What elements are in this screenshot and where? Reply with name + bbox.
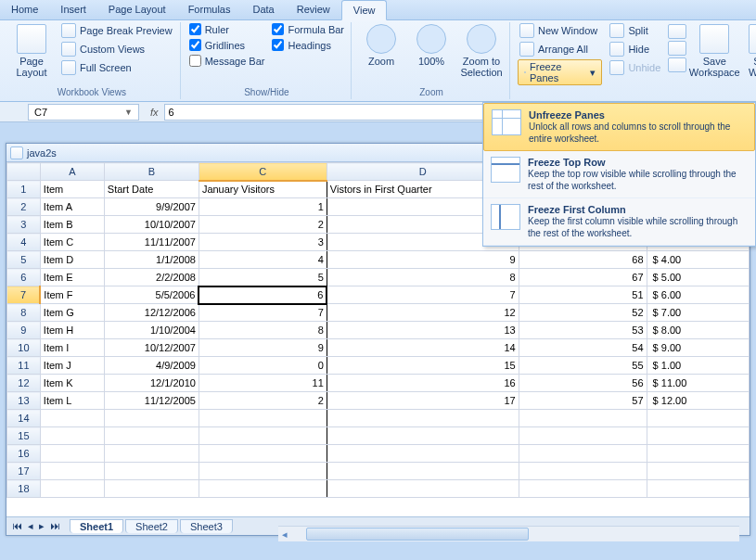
cell[interactable]: 16 xyxy=(327,375,519,392)
arrange-all-button[interactable]: Arrange All xyxy=(518,41,602,57)
cell[interactable] xyxy=(40,463,104,480)
full-screen-button[interactable]: Full Screen xyxy=(59,59,174,76)
cell[interactable] xyxy=(519,463,647,480)
tab-data[interactable]: Data xyxy=(241,0,285,19)
cell[interactable]: 12 xyxy=(327,304,519,322)
cell[interactable]: 9/9/2007 xyxy=(104,198,199,216)
cell[interactable]: $ 11.00 xyxy=(647,375,749,392)
row-header[interactable]: 15 xyxy=(7,427,41,445)
row-header[interactable]: 10 xyxy=(7,339,41,357)
prev-sheet-icon[interactable]: ◂ xyxy=(26,520,35,532)
headings-checkbox[interactable]: Headings xyxy=(271,38,345,52)
row-header[interactable]: 12 xyxy=(7,375,41,392)
cell[interactable]: 1/10/2004 xyxy=(104,322,199,339)
row-header[interactable]: 7 xyxy=(7,286,41,304)
cell[interactable]: 68 xyxy=(519,251,647,269)
cell[interactable]: Item A xyxy=(40,198,104,216)
cell[interactable]: 51 xyxy=(519,286,647,304)
cell[interactable]: 8 xyxy=(327,269,519,286)
row-header[interactable]: 6 xyxy=(7,269,41,286)
cell[interactable]: Item C xyxy=(40,234,104,251)
cell[interactable] xyxy=(104,427,199,445)
page-break-preview-button[interactable]: Page Break Preview xyxy=(59,22,174,39)
cell[interactable]: 9 xyxy=(327,251,519,269)
col-header[interactable]: A xyxy=(40,163,104,181)
cell[interactable] xyxy=(647,445,749,463)
cell[interactable]: $ 7.00 xyxy=(647,304,749,322)
view-side-by-side-icon[interactable] xyxy=(668,24,686,39)
zoom-button[interactable]: Zoom xyxy=(359,22,404,67)
cell[interactable] xyxy=(519,410,647,427)
cell[interactable]: 11/12/2005 xyxy=(104,392,199,410)
cell[interactable]: 4 xyxy=(199,251,327,269)
cell[interactable]: $ 8.00 xyxy=(647,322,749,339)
cell[interactable] xyxy=(104,463,199,480)
cell[interactable] xyxy=(40,427,104,445)
cell[interactable]: $ 1.00 xyxy=(647,357,749,375)
row-header[interactable]: 3 xyxy=(7,216,41,234)
cell[interactable]: 13 xyxy=(327,322,519,339)
cell[interactable] xyxy=(327,427,519,445)
freeze-first-column-item[interactable]: Freeze First ColumnKeep the first column… xyxy=(483,198,755,246)
name-box[interactable]: C7▼ xyxy=(28,104,139,121)
tab-page-layout[interactable]: Page Layout xyxy=(97,0,177,19)
scroll-thumb[interactable] xyxy=(306,528,529,541)
cell[interactable]: 0 xyxy=(199,357,327,375)
cell[interactable]: 67 xyxy=(519,269,647,286)
switch-windows-button[interactable]: Swit Windo xyxy=(742,22,756,78)
tab-insert[interactable]: Insert xyxy=(49,0,97,19)
cell[interactable]: 7 xyxy=(199,304,327,322)
sheet-tab-1[interactable]: Sheet1 xyxy=(70,519,123,533)
row-header[interactable]: 17 xyxy=(7,463,41,480)
cell[interactable]: 2 xyxy=(199,392,327,410)
cell[interactable] xyxy=(647,463,749,480)
cell[interactable]: 52 xyxy=(519,304,647,322)
row-header[interactable]: 4 xyxy=(7,234,41,251)
cell[interactable]: 5 xyxy=(199,269,327,286)
cell[interactable] xyxy=(199,480,327,498)
col-header[interactable] xyxy=(7,163,41,181)
page-layout-button[interactable]: Page Layout xyxy=(9,22,54,78)
cell[interactable]: 4/9/2009 xyxy=(104,357,199,375)
first-sheet-icon[interactable]: ⏮ xyxy=(10,520,24,532)
cell[interactable] xyxy=(40,480,104,498)
tab-home[interactable]: Home xyxy=(0,0,49,19)
row-header[interactable]: 13 xyxy=(7,392,41,410)
cell[interactable]: 57 xyxy=(519,392,647,410)
horizontal-scrollbar[interactable]: ◂ xyxy=(278,526,739,541)
sync-scroll-icon[interactable] xyxy=(668,41,686,56)
cell[interactable]: Item xyxy=(40,181,104,198)
cell[interactable]: Item I xyxy=(40,339,104,357)
cell[interactable]: Item B xyxy=(40,216,104,234)
tab-view[interactable]: View xyxy=(341,0,388,20)
cell[interactable]: 2 xyxy=(199,216,327,234)
sheet-tab-2[interactable]: Sheet2 xyxy=(125,519,178,533)
cell[interactable]: 14 xyxy=(327,339,519,357)
scroll-left-icon[interactable]: ◂ xyxy=(278,528,291,541)
reset-window-icon[interactable] xyxy=(668,57,686,72)
cell[interactable]: 53 xyxy=(519,322,647,339)
freeze-panes-button[interactable]: Freeze Panes▾ xyxy=(518,59,602,85)
cell[interactable] xyxy=(104,410,199,427)
row-header[interactable]: 16 xyxy=(7,445,41,463)
cell[interactable]: 55 xyxy=(519,357,647,375)
cell[interactable]: 15 xyxy=(327,357,519,375)
cell[interactable]: 56 xyxy=(519,375,647,392)
zoom-100-button[interactable]: 100% xyxy=(409,22,454,67)
cell[interactable] xyxy=(327,463,519,480)
cell[interactable]: 12/12/2006 xyxy=(104,304,199,322)
cell[interactable]: 1/1/2008 xyxy=(104,251,199,269)
row-header[interactable]: 2 xyxy=(7,198,41,216)
cell[interactable] xyxy=(199,463,327,480)
next-sheet-icon[interactable]: ▸ xyxy=(37,520,46,532)
cell[interactable]: Item L xyxy=(40,392,104,410)
cell[interactable]: Item J xyxy=(40,357,104,375)
cell[interactable] xyxy=(199,427,327,445)
cell[interactable] xyxy=(40,445,104,463)
cell[interactable]: Item F xyxy=(40,286,104,304)
cell[interactable]: Item D xyxy=(40,251,104,269)
cell[interactable]: $ 12.00 xyxy=(647,392,749,410)
row-header[interactable]: 9 xyxy=(7,322,41,339)
cell[interactable]: 7 xyxy=(327,286,519,304)
sheet-tab-3[interactable]: Sheet3 xyxy=(180,519,233,533)
